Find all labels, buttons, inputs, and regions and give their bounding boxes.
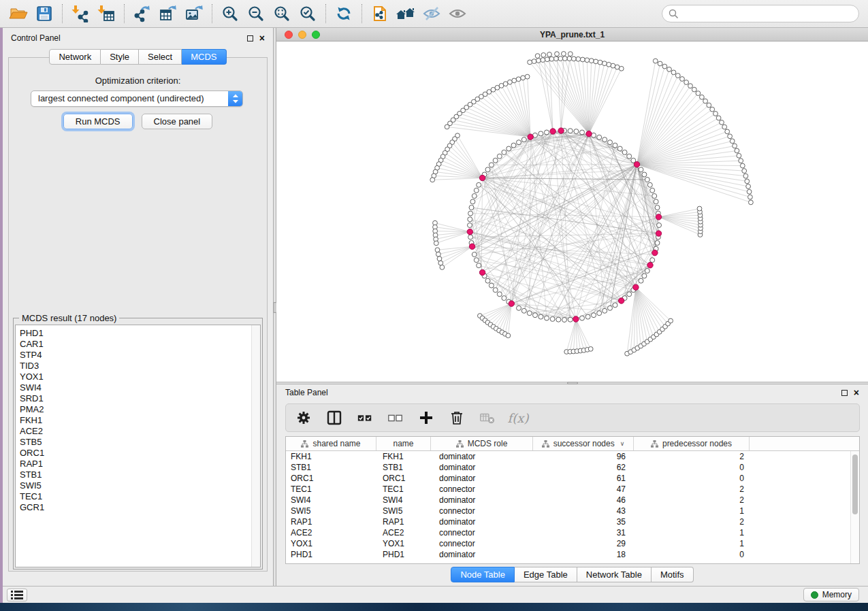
- graph-node[interactable]: [580, 130, 585, 135]
- graph-node[interactable]: [737, 153, 741, 158]
- graph-node[interactable]: [547, 52, 552, 57]
- import-network-icon[interactable]: [67, 3, 93, 24]
- import-table-icon[interactable]: [93, 3, 119, 24]
- zoom-in-icon[interactable]: [217, 3, 243, 24]
- graph-node[interactable]: [574, 129, 579, 134]
- graph-hub-node[interactable]: [633, 284, 639, 290]
- graph-node[interactable]: [512, 78, 517, 83]
- refresh-view-icon[interactable]: [331, 3, 357, 24]
- graph-node[interactable]: [539, 314, 543, 319]
- graph-node[interactable]: [507, 146, 511, 151]
- tab-style[interactable]: Style: [101, 49, 139, 65]
- graph-node[interactable]: [562, 56, 567, 61]
- graph-node[interactable]: [527, 311, 532, 316]
- column-header-successor-nodes[interactable]: successor nodes∨: [533, 437, 634, 450]
- graph-node[interactable]: [535, 54, 540, 59]
- table-row[interactable]: FKH1FKH1dominator962: [286, 451, 850, 462]
- memory-button[interactable]: Memory: [803, 588, 859, 601]
- deselect-all-rows-icon[interactable]: [387, 410, 404, 426]
- delete-column-icon[interactable]: [449, 410, 465, 426]
- graph-node[interactable]: [558, 56, 563, 61]
- graph-node[interactable]: [493, 288, 498, 293]
- tab-network-table[interactable]: Network Table: [577, 567, 652, 582]
- graph-node[interactable]: [588, 347, 593, 352]
- graph-node[interactable]: [555, 52, 560, 56]
- graph-node[interactable]: [517, 140, 521, 145]
- graph-node[interactable]: [707, 103, 711, 108]
- graph-node[interactable]: [627, 154, 632, 159]
- clone-network-icon[interactable]: [367, 3, 393, 24]
- graph-node[interactable]: [472, 194, 477, 199]
- graph-node[interactable]: [598, 60, 602, 65]
- graph-hub-node[interactable]: [619, 298, 624, 303]
- graph-node[interactable]: [684, 80, 689, 85]
- graph-node[interactable]: [502, 150, 507, 154]
- graph-node[interactable]: [627, 292, 632, 297]
- graph-node[interactable]: [562, 318, 567, 323]
- graph-node[interactable]: [550, 316, 555, 321]
- graph-node[interactable]: [696, 91, 701, 96]
- graph-node[interactable]: [585, 314, 590, 319]
- graph-node[interactable]: [613, 303, 617, 308]
- search-input[interactable]: [682, 7, 858, 20]
- graph-hub-node[interactable]: [509, 301, 514, 306]
- export-network-icon[interactable]: [129, 3, 155, 24]
- graph-node[interactable]: [742, 169, 747, 174]
- graph-node[interactable]: [536, 59, 541, 63]
- zoom-selected-icon[interactable]: [295, 3, 321, 24]
- graph-node[interactable]: [657, 223, 662, 228]
- tab-node-table[interactable]: Node Table: [451, 567, 515, 582]
- window-minimize-icon[interactable]: [298, 31, 306, 39]
- graph-node[interactable]: [468, 223, 472, 228]
- graph-node[interactable]: [710, 107, 715, 112]
- graph-node[interactable]: [602, 137, 607, 142]
- graph-node[interactable]: [735, 148, 739, 153]
- graph-node[interactable]: [720, 120, 724, 125]
- graph-node[interactable]: [516, 77, 521, 82]
- graph-node[interactable]: [468, 217, 472, 222]
- graph-node[interactable]: [532, 59, 536, 64]
- graph-node[interactable]: [747, 189, 752, 194]
- graph-hub-node[interactable]: [479, 269, 485, 275]
- mcds-result-item[interactable]: PHD1: [16, 328, 260, 339]
- window-maximize-icon[interactable]: [312, 31, 320, 39]
- graph-node[interactable]: [655, 205, 660, 210]
- graph-node[interactable]: [585, 58, 590, 63]
- graph-node[interactable]: [740, 163, 745, 168]
- graph-node[interactable]: [639, 278, 643, 283]
- graph-node[interactable]: [622, 150, 627, 154]
- select-all-rows-icon[interactable]: [357, 410, 373, 426]
- mcds-result-item[interactable]: ORC1: [16, 448, 260, 459]
- table-row[interactable]: SWI4SWI4dominator462: [286, 495, 850, 506]
- mcds-result-item[interactable]: YOX1: [16, 371, 260, 382]
- add-column-icon[interactable]: [418, 410, 434, 426]
- graph-node[interactable]: [541, 58, 545, 63]
- graph-hub-node[interactable]: [656, 231, 661, 236]
- graph-node[interactable]: [549, 56, 554, 61]
- graph-node[interactable]: [477, 182, 481, 187]
- graph-node[interactable]: [725, 129, 730, 134]
- run-mcds-button[interactable]: Run MCDS: [63, 114, 133, 129]
- graph-node[interactable]: [472, 252, 477, 257]
- result-list-scrollbar[interactable]: [251, 325, 260, 567]
- graph-node[interactable]: [438, 261, 443, 265]
- graph-node[interactable]: [697, 206, 702, 211]
- mcds-result-item[interactable]: ACE2: [16, 426, 260, 437]
- table-row[interactable]: YOX1YOX1connector291: [286, 538, 850, 549]
- graph-node[interactable]: [597, 311, 602, 316]
- graph-hub-node[interactable]: [586, 131, 592, 137]
- graph-node[interactable]: [435, 248, 440, 252]
- table-row[interactable]: ORC1ORC1dominator610: [286, 473, 850, 484]
- graph-node[interactable]: [521, 137, 526, 142]
- graph-node[interactable]: [703, 99, 708, 103]
- column-header-shared-name[interactable]: shared name: [286, 437, 376, 450]
- graph-node[interactable]: [541, 53, 546, 58]
- graph-node[interactable]: [650, 258, 655, 263]
- graph-node[interactable]: [662, 64, 667, 69]
- graph-node[interactable]: [434, 241, 438, 246]
- graph-node[interactable]: [722, 125, 727, 129]
- network-canvas[interactable]: [276, 42, 868, 382]
- graph-node[interactable]: [468, 235, 473, 240]
- column-header-name[interactable]: name: [376, 437, 431, 450]
- graph-node[interactable]: [477, 263, 481, 268]
